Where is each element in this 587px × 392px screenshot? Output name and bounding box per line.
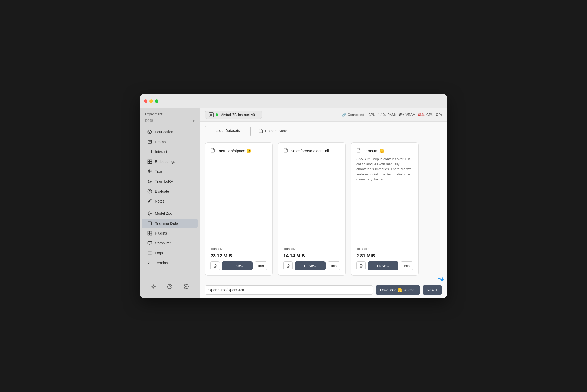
preview-button-samsum[interactable]: Preview	[368, 261, 398, 270]
sidebar-item-foundation[interactable]: Foundation	[142, 127, 198, 137]
sidebar-item-training-data[interactable]: Training Data	[142, 219, 198, 228]
sidebar-footer	[140, 280, 200, 293]
experiment-name: beta	[145, 118, 153, 123]
datasets-grid: tatsu-lab/alpaca 🙂 Total size: 23.12 MiB…	[200, 136, 447, 282]
info-button-alpaca[interactable]: Info	[255, 261, 267, 270]
info-button-samsum[interactable]: Info	[401, 261, 413, 270]
train-lora-icon	[147, 179, 152, 184]
sidebar-item-plugins[interactable]: Plugins	[142, 229, 198, 238]
sidebar-item-computer[interactable]: Computer	[142, 238, 198, 248]
settings-button[interactable]	[183, 283, 190, 290]
dataset-size-value-samsum: 2.81 MiB	[356, 253, 413, 259]
sidebar-item-label-notes: Notes	[155, 199, 165, 203]
dataset-file-icon-samsum	[356, 148, 361, 154]
svg-rect-5	[148, 160, 150, 162]
sidebar-item-label-computer: Computer	[155, 241, 171, 245]
preview-button-dialogstudi[interactable]: Preview	[295, 261, 326, 270]
ram-label: RAM:	[387, 113, 396, 117]
dataset-desc-samsum: SAMSum Corpus contains over 16k chat dia…	[356, 156, 413, 244]
plus-icon: +	[436, 288, 438, 292]
download-button[interactable]: Download 🤗 Dataset	[376, 285, 420, 295]
maximize-button[interactable]	[155, 99, 158, 103]
sidebar-item-embeddings[interactable]: Embeddings	[142, 157, 198, 166]
model-zoo-icon	[147, 211, 152, 216]
close-button[interactable]	[144, 99, 147, 103]
dataset-card-samsum: samsum 🤗 SAMSum Corpus contains over 16k…	[351, 142, 419, 276]
vram-value: 66%	[418, 113, 425, 117]
link-icon: 🔗	[342, 113, 346, 117]
evaluate-icon	[147, 189, 152, 194]
sidebar-item-label-logs: Logs	[155, 251, 163, 255]
sidebar-item-label-model-zoo: Model Zoo	[155, 211, 172, 216]
sidebar: Experiment: beta ▾ Foundation Prompt	[140, 108, 200, 298]
sidebar-item-label-training-data: Training Data	[155, 221, 178, 225]
minimize-button[interactable]	[149, 99, 153, 103]
sidebar-item-label-plugins: Plugins	[155, 231, 167, 235]
model-selector[interactable]: Mistral-7B-Instruct-v0.1	[205, 111, 262, 119]
new-button-label: New	[427, 288, 434, 292]
sidebar-item-prompt[interactable]: Prompt	[142, 137, 198, 147]
dataset-size-label-dialogstudi: Total size:	[283, 247, 340, 251]
sidebar-divider	[140, 207, 200, 207]
brightness-button[interactable]	[150, 283, 157, 290]
sidebar-item-label-terminal: Terminal	[155, 261, 169, 265]
status-bar: 🔗 Connected - CPU: 1.1% RAM: 16% VRAM: 6…	[342, 113, 442, 117]
delete-button-dialogstudi[interactable]	[283, 261, 293, 270]
train-icon	[147, 169, 152, 174]
svg-rect-17	[148, 231, 150, 233]
chat-icon	[147, 149, 152, 154]
svg-line-32	[155, 288, 155, 288]
sidebar-item-evaluate[interactable]: Evaluate	[142, 187, 198, 196]
svg-rect-6	[150, 160, 152, 162]
dataset-name-samsum: samsum 🤗	[364, 149, 384, 153]
status-dot	[216, 113, 218, 116]
info-button-dialogstudi[interactable]: Info	[328, 261, 340, 270]
delete-button-alpaca[interactable]	[210, 261, 220, 270]
dataset-size-value-dialogstudi: 14.14 MiB	[283, 253, 340, 259]
dataset-desc-dialogstudi	[283, 156, 340, 244]
new-button[interactable]: New + ➜	[423, 285, 442, 295]
sidebar-item-label-prompt: Prompt	[155, 140, 167, 144]
layers-icon	[147, 129, 152, 135]
titlebar	[140, 94, 447, 108]
dataset-card-dialogstudi: Salesforce/dialogstudi Total size: 14.14…	[278, 142, 346, 276]
sidebar-item-label-train-lora: Train LoRA	[155, 179, 173, 184]
dataset-desc-alpaca	[210, 156, 267, 244]
topbar: Mistral-7B-Instruct-v0.1 🔗 Connected - C…	[200, 108, 447, 122]
delete-button-samsum[interactable]	[356, 261, 366, 270]
download-input[interactable]	[205, 285, 373, 295]
dataset-name-dialogstudi: Salesforce/dialogstudi	[291, 149, 329, 153]
sidebar-item-logs[interactable]: Logs	[142, 248, 198, 258]
experiment-selector[interactable]: beta ▾	[140, 117, 200, 127]
sidebar-item-train[interactable]: Train	[142, 167, 198, 176]
svg-rect-7	[148, 162, 150, 164]
dataset-header-alpaca: tatsu-lab/alpaca 🙂	[210, 148, 267, 154]
sidebar-item-label-embeddings: Embeddings	[155, 160, 175, 164]
content-area: Mistral-7B-Instruct-v0.1 🔗 Connected - C…	[200, 108, 447, 298]
svg-rect-20	[150, 233, 152, 235]
sidebar-item-label-train: Train	[155, 169, 163, 174]
notes-icon	[147, 199, 152, 204]
sidebar-item-train-lora[interactable]: Train LoRA	[142, 177, 198, 186]
sidebar-item-interact[interactable]: Interact	[142, 147, 198, 156]
main-layout: Experiment: beta ▾ Foundation Prompt	[140, 108, 447, 298]
tab-local-datasets[interactable]: Local Datasets	[205, 126, 251, 136]
tab-bar: Local Datasets Dataset Store	[200, 122, 447, 136]
sidebar-item-model-zoo[interactable]: Model Zoo	[142, 209, 198, 218]
dataset-name-alpaca: tatsu-lab/alpaca 🙂	[218, 149, 251, 153]
sidebar-item-label-evaluate: Evaluate	[155, 189, 169, 193]
cpu-label: CPU:	[368, 113, 376, 117]
sidebar-item-notes[interactable]: Notes	[142, 197, 198, 206]
preview-button-alpaca[interactable]: Preview	[222, 261, 253, 270]
help-button[interactable]	[166, 283, 173, 290]
tab-dataset-store[interactable]: Dataset Store	[251, 126, 295, 136]
experiment-label: Experiment:	[140, 112, 200, 116]
svg-point-9	[148, 180, 151, 183]
svg-point-10	[149, 181, 151, 182]
logs-icon	[147, 250, 152, 256]
dataset-header-samsum: samsum 🤗	[356, 148, 413, 154]
plugins-icon	[147, 231, 152, 236]
sidebar-item-terminal[interactable]: Terminal	[142, 258, 198, 268]
connection-status: Connected	[348, 113, 364, 117]
model-name: Mistral-7B-Instruct-v0.1	[220, 113, 258, 117]
